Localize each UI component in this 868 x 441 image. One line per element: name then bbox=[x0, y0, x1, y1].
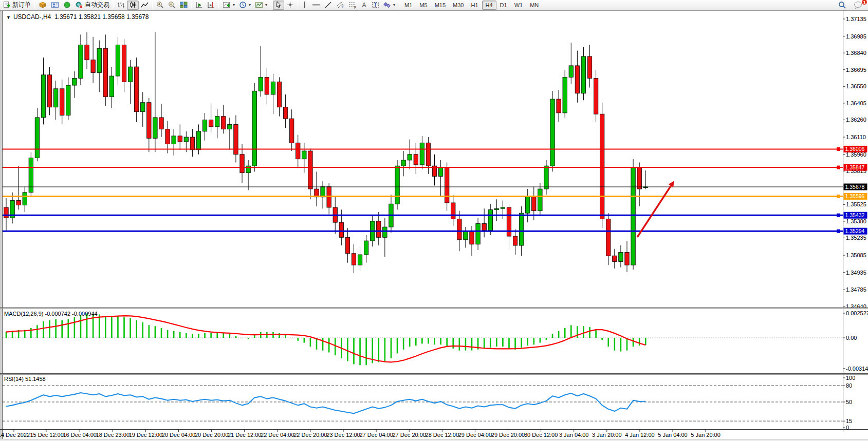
svg-text:1.34785: 1.34785 bbox=[846, 286, 866, 293]
data-window-button[interactable] bbox=[61, 1, 73, 10]
svg-text:1.34640: 1.34640 bbox=[846, 303, 866, 310]
bar-chart-button[interactable] bbox=[115, 1, 127, 10]
new-order-icon bbox=[3, 1, 11, 9]
trendline-button[interactable] bbox=[322, 1, 334, 10]
chat-button[interactable]: 1 bbox=[852, 1, 865, 10]
chart-menu-icon[interactable]: ▼ bbox=[6, 15, 11, 20]
equidistant-channel-icon: E bbox=[336, 1, 344, 9]
svg-text:1.36405: 1.36405 bbox=[846, 100, 866, 106]
toolbar-separator bbox=[152, 2, 153, 9]
timeframe-button-m1[interactable]: M1 bbox=[401, 1, 416, 10]
periods-button[interactable]: ▾ bbox=[237, 1, 253, 10]
svg-text:5 Jan 04:00: 5 Jan 04:00 bbox=[658, 432, 688, 438]
svg-text:3 Jan 04:00: 3 Jan 04:00 bbox=[559, 432, 589, 438]
market-watch-button[interactable] bbox=[36, 1, 49, 10]
zoom-in-icon bbox=[156, 1, 164, 9]
indicators-icon bbox=[223, 1, 231, 9]
toolbar-group-panels: 自动交易 bbox=[36, 0, 112, 10]
chart-window[interactable]: ▼USDCAD-,H4 1.35671 1.35821 1.35658 1.35… bbox=[0, 10, 868, 439]
text-label-icon: T bbox=[372, 1, 379, 9]
search-button[interactable] bbox=[836, 1, 848, 10]
svg-text:0.00: 0.00 bbox=[846, 335, 857, 341]
chart-shift-button[interactable] bbox=[205, 1, 217, 10]
trend-arrow-annotation bbox=[637, 181, 674, 237]
fibonacci-button[interactable]: F bbox=[346, 1, 359, 10]
vertical-line-button[interactable] bbox=[300, 1, 310, 10]
fibonacci-icon: F bbox=[348, 1, 357, 9]
svg-text:T: T bbox=[374, 2, 377, 8]
zoom-out-button[interactable] bbox=[166, 1, 178, 10]
line-chart-button[interactable] bbox=[139, 1, 151, 10]
auto-trading-button[interactable]: 自动交易 bbox=[73, 1, 112, 10]
timeframe-button-m5[interactable]: M5 bbox=[416, 1, 431, 10]
auto-trading-icon bbox=[75, 1, 83, 9]
timeframe-toolbar: M1M5M15M30H1H4D1W1MN bbox=[401, 0, 542, 10]
templates-icon bbox=[255, 1, 263, 9]
timeframe-button-mn[interactable]: MN bbox=[526, 1, 542, 10]
svg-text:28 Dec 12:00: 28 Dec 12:00 bbox=[426, 432, 459, 438]
toolbar-separator bbox=[34, 2, 35, 9]
zoom-in-button[interactable] bbox=[154, 1, 166, 10]
line-chart-icon bbox=[141, 1, 149, 9]
candlestick-chart-icon bbox=[129, 1, 137, 9]
new-order-label: 新订单 bbox=[12, 1, 31, 9]
toolbar-group-cursor bbox=[273, 0, 296, 10]
tile-windows-button[interactable] bbox=[178, 1, 190, 10]
equidistant-channel-button[interactable]: E bbox=[334, 1, 346, 10]
timeframe-button-m15[interactable]: M15 bbox=[431, 1, 449, 10]
svg-text:1.35596: 1.35596 bbox=[845, 193, 865, 199]
svg-text:-0.003149: -0.003149 bbox=[846, 366, 868, 372]
text-label-button[interactable]: T bbox=[370, 1, 381, 10]
timeframe-button-m30[interactable]: M30 bbox=[449, 1, 467, 10]
chart-title-text: USDCAD-,H4 1.35671 1.35821 1.35658 1.356… bbox=[13, 13, 149, 21]
svg-text:E: E bbox=[342, 5, 344, 9]
svg-text:1.35432: 1.35432 bbox=[845, 212, 865, 218]
svg-text:1.35380: 1.35380 bbox=[846, 218, 866, 224]
text-icon: A bbox=[361, 1, 367, 9]
svg-text:1.35294: 1.35294 bbox=[845, 228, 865, 234]
dropdown-caret-icon: ▾ bbox=[265, 3, 267, 7]
data-window-icon bbox=[63, 1, 71, 9]
svg-text:0.002527: 0.002527 bbox=[846, 310, 868, 316]
templates-button[interactable]: ▾ bbox=[253, 1, 269, 10]
svg-text:23 Dec 12:00: 23 Dec 12:00 bbox=[326, 432, 360, 438]
cursor-button[interactable] bbox=[273, 1, 284, 10]
svg-text:1.35525: 1.35525 bbox=[846, 201, 866, 207]
macd-indicator-label: MACD(12,26,9) -0.000742 -0.000944 bbox=[4, 311, 98, 317]
svg-text:15 Dec 12:00: 15 Dec 12:00 bbox=[30, 432, 63, 438]
candlestick-chart-button[interactable] bbox=[127, 1, 139, 10]
notification-badge: 1 bbox=[861, 0, 867, 5]
shapes-icon bbox=[383, 1, 391, 9]
svg-text:20 Dec 04:00: 20 Dec 04:00 bbox=[162, 432, 195, 438]
indicators-button[interactable]: ▾ bbox=[220, 1, 237, 10]
svg-text:1.37135: 1.37135 bbox=[846, 16, 866, 22]
horizontal-line-button[interactable] bbox=[310, 1, 322, 10]
shapes-button[interactable]: ▾ bbox=[381, 1, 397, 10]
timeframe-button-h1[interactable]: H1 bbox=[467, 1, 482, 10]
navigator-button[interactable] bbox=[49, 1, 61, 10]
zoom-out-icon bbox=[168, 1, 176, 9]
search-icon bbox=[838, 1, 846, 9]
svg-text:1.36110: 1.36110 bbox=[846, 134, 866, 140]
svg-text:30 Dec 12:00: 30 Dec 12:00 bbox=[524, 432, 558, 438]
auto-scroll-button[interactable] bbox=[193, 1, 205, 10]
timeframe-button-w1[interactable]: W1 bbox=[511, 1, 527, 10]
tile-windows-icon bbox=[180, 1, 188, 9]
navigator-icon bbox=[51, 1, 59, 9]
svg-text:20 Dec 20:00: 20 Dec 20:00 bbox=[195, 432, 228, 438]
market-watch-icon bbox=[39, 1, 47, 9]
svg-text:1.36550: 1.36550 bbox=[846, 83, 866, 89]
new-order-button[interactable]: 新订单 bbox=[1, 1, 33, 10]
chart-canvas[interactable]: 1.371351.369851.368401.366951.365501.364… bbox=[0, 10, 868, 439]
timeframe-button-h4[interactable]: H4 bbox=[482, 1, 496, 10]
svg-text:1.36985: 1.36985 bbox=[846, 33, 866, 40]
toolbar-group-scroll bbox=[193, 0, 217, 10]
toolbar-group-orders: 新订单 bbox=[1, 0, 33, 10]
svg-text:21 Dec 12:00: 21 Dec 12:00 bbox=[228, 432, 261, 438]
crosshair-button[interactable] bbox=[284, 1, 296, 10]
svg-text:1.35678: 1.35678 bbox=[845, 184, 865, 190]
timeframe-button-d1[interactable]: D1 bbox=[496, 1, 511, 10]
svg-text:18 Dec 23:00: 18 Dec 23:00 bbox=[96, 432, 130, 438]
text-button[interactable]: A bbox=[359, 1, 370, 10]
svg-text:F: F bbox=[354, 6, 356, 9]
